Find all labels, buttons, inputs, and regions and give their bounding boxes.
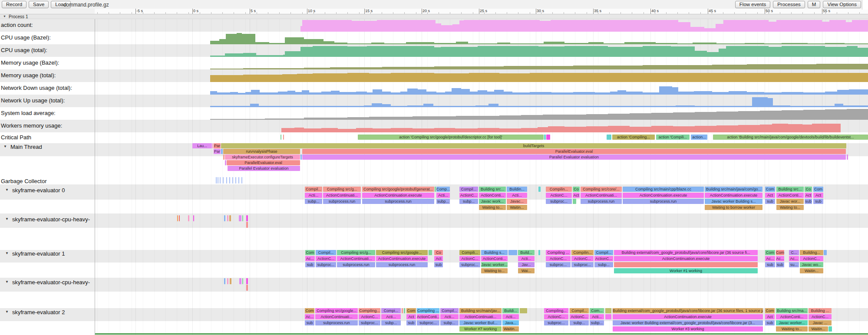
trace-event-bar[interactable]: action 'Compili... <box>656 135 690 140</box>
trace-event-bar[interactable]: Ac... <box>305 314 314 319</box>
trace-event-bar[interactable]: Compilin... <box>546 187 572 192</box>
expander-triangle-icon[interactable]: ▼ <box>3 145 7 148</box>
trace-event-bar[interactable]: Compil... <box>459 187 478 192</box>
network-up-usage-total-chart[interactable] <box>95 95 868 107</box>
trace-event-bar[interactable]: Act <box>813 193 823 198</box>
trace-event-bar[interactable] <box>520 308 527 313</box>
trace-event-bar[interactable]: Act <box>406 314 416 319</box>
trace-event-bar[interactable]: Buildi... <box>502 308 519 313</box>
processes-button[interactable]: Processes <box>773 1 805 8</box>
trace-event-bar[interactable]: Building... <box>800 250 823 255</box>
trace-event-bar[interactable]: Compilin... <box>571 250 594 255</box>
trace-event-bar[interactable]: Comp... <box>436 187 450 192</box>
trace-event-bar[interactable]: Waitin... <box>502 326 519 332</box>
trace-event-bar[interactable]: Compiling src/main/cpp/blaze.cc <box>623 187 704 192</box>
trace-event-bar[interactable]: Javac worker Building external/com_googl… <box>613 320 763 325</box>
trace-event-bar[interactable]: ActionContinuati... <box>581 193 622 198</box>
trace-event-bar[interactable]: Acti... <box>502 314 519 319</box>
trace-event-bar[interactable]: buildTargets <box>221 143 846 148</box>
trace-event-bar[interactable]: Com <box>406 308 416 313</box>
expander-triangle-icon[interactable]: ▼ <box>5 251 9 255</box>
trace-event-bar[interactable]: Com... <box>590 308 604 313</box>
trace-event-bar[interactable] <box>508 250 517 255</box>
expander-triangle-icon[interactable]: ▼ <box>5 217 9 221</box>
trace-event-bar[interactable]: ActionConti... <box>776 193 804 198</box>
trace-event-bar[interactable] <box>605 314 611 319</box>
trace-event-bar[interactable] <box>614 262 758 267</box>
trace-event-bar[interactable]: subproc... <box>546 262 571 267</box>
trace-event-bar[interactable]: Waiting to... <box>479 205 506 210</box>
trace-event-bar[interactable] <box>224 215 225 221</box>
trace-event-bar[interactable] <box>246 285 248 291</box>
trace-event-bar[interactable] <box>573 199 576 204</box>
trace-event-bar[interactable]: Wai... <box>518 268 535 273</box>
trace-event-bar[interactable]: Compil... <box>316 250 336 255</box>
trace-event-bar[interactable]: ActionContinuati... <box>315 314 358 319</box>
trace-event-bar[interactable] <box>607 135 611 140</box>
trace-event-bar[interactable]: subp... <box>594 262 613 267</box>
trace-event-bar[interactable]: Javac worker Buil... <box>459 320 502 325</box>
memory-usage-bazel-chart[interactable] <box>95 57 868 69</box>
trace-event-bar[interactable]: subp... <box>590 320 604 325</box>
trace-event-bar[interactable] <box>225 160 226 165</box>
trace-event-bar[interactable]: Compili... <box>459 250 480 255</box>
workers-memory-usage-chart[interactable] <box>95 120 868 132</box>
trace-event-bar[interactable]: ActionContinuation.execute <box>705 193 762 198</box>
trace-event-bar[interactable]: Compil... <box>594 250 613 255</box>
trace-event-bar[interactable]: ActionContinuation.execute <box>362 193 434 198</box>
trace-event-bar[interactable]: ActionContinuation.execute <box>614 256 758 261</box>
trace-event-bar[interactable] <box>177 215 178 221</box>
track-label-skyframe-evaluator-1[interactable]: skyframe-evaluator 1 <box>12 250 65 257</box>
trace-event-bar[interactable]: action 'Compiling src/google/protobuf/de… <box>358 135 544 140</box>
trace-event-bar[interactable]: Compil... <box>440 308 459 313</box>
system-load-average-chart[interactable] <box>95 107 868 120</box>
trace-event-bar[interactable] <box>538 187 541 192</box>
cpu-usage-bazel-chart[interactable] <box>95 32 868 44</box>
trace-event-bar[interactable]: ActionConti... <box>481 256 508 261</box>
trace-event-bar[interactable]: sub <box>305 262 315 267</box>
trace-event-bar[interactable]: Java... <box>502 320 519 325</box>
trace-event-bar[interactable]: Compiling src/core/... <box>581 187 622 192</box>
trace-event-bar[interactable]: Com <box>305 308 314 313</box>
trace-event-bar[interactable] <box>283 135 284 140</box>
timeline-canvas[interactable]: action count:CPU usage (Bazel):CPU usage… <box>0 0 868 335</box>
trace-event-bar[interactable]: Act <box>765 314 775 319</box>
trace-event-bar[interactable]: C... <box>789 250 799 255</box>
trace-event-bar[interactable] <box>226 177 227 184</box>
trace-event-bar[interactable]: skyframeExecutor.configureTargets <box>225 154 300 160</box>
trace-event-bar[interactable]: Acti... <box>507 193 527 198</box>
trace-event-bar[interactable]: Acti... <box>381 314 401 319</box>
trace-event-bar[interactable] <box>242 215 243 221</box>
trace-event-bar[interactable]: subprocess.run <box>376 262 428 267</box>
trace-event-bar[interactable]: ActionContinuati... <box>337 256 375 261</box>
memory-usage-total-chart[interactable] <box>95 69 868 82</box>
trace-event-bar[interactable]: Ac... <box>765 256 775 261</box>
trace-event-bar[interactable]: runAnalysisPhase <box>223 149 300 154</box>
trace-event-bar[interactable]: ActionContinuati... <box>459 314 502 319</box>
trace-event-bar[interactable]: Building src... <box>776 187 804 192</box>
trace-event-bar[interactable]: ActionC... <box>570 314 589 319</box>
trace-event-bar[interactable]: subp... <box>305 199 322 204</box>
trace-event-bar[interactable]: Javac worker... <box>776 320 808 325</box>
trace-event-bar[interactable] <box>544 135 546 140</box>
cpu-usage-total-chart[interactable] <box>95 44 868 57</box>
process-header[interactable]: ▼ Process 1 <box>0 14 868 19</box>
trace-event-bar[interactable]: ActionContinuation.execute <box>623 193 704 198</box>
trace-event-bar[interactable] <box>188 215 189 221</box>
trace-event-bar[interactable]: Com <box>765 308 775 313</box>
trace-event-bar[interactable] <box>216 177 217 184</box>
trace-event-bar[interactable]: Compiling src/g... <box>337 250 375 255</box>
trace-event-bar[interactable]: ActionContinuation.execute <box>376 256 428 261</box>
trace-event-bar[interactable]: subp... <box>459 199 478 204</box>
trace-event-bar[interactable]: sub <box>305 320 314 325</box>
trace-event-bar[interactable] <box>435 187 436 192</box>
trace-event-bar[interactable]: Par <box>214 143 221 148</box>
trace-event-bar[interactable] <box>300 154 302 160</box>
trace-event-bar[interactable] <box>235 177 236 184</box>
save-button[interactable]: Save <box>29 1 49 8</box>
trace-event-bar[interactable]: ActionC... <box>359 314 380 319</box>
trace-event-bar[interactable]: Build... <box>518 250 535 255</box>
trace-event-bar[interactable] <box>402 308 403 313</box>
trace-event-bar[interactable]: ActionConti... <box>479 193 506 198</box>
trace-event-bar[interactable] <box>193 215 194 221</box>
